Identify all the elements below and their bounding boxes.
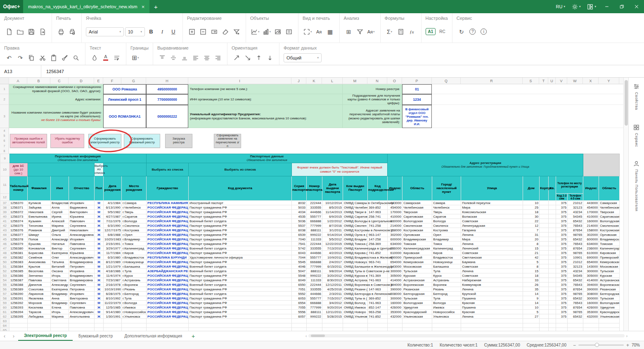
cell[interactable]: Ленина xyxy=(461,233,523,237)
cell[interactable]: Ершова xyxy=(28,242,51,246)
insert-textbox-button[interactable] xyxy=(284,26,294,37)
cell[interactable] xyxy=(540,219,549,223)
header-flat[interactable]: Кв. xyxy=(549,176,556,201)
cell[interactable] xyxy=(189,323,292,328)
zoom-in-button[interactable]: + xyxy=(626,342,629,348)
cell[interactable]: 610000 xyxy=(583,251,599,255)
cell[interactable]: 375 xyxy=(556,305,568,310)
cell[interactable]: Кировская xyxy=(599,251,620,255)
cell[interactable]: Павлова xyxy=(28,278,51,283)
cell[interactable]: Игоревич xyxy=(69,237,95,242)
row-number[interactable]: 46 xyxy=(0,242,9,246)
cell[interactable]: 8/10/1992 xyxy=(104,296,122,301)
cell[interactable] xyxy=(461,328,523,331)
cell[interactable]: Ульяновск xyxy=(432,314,461,319)
cell[interactable]: г.Томск xyxy=(122,242,147,246)
cell[interactable]: Паспорт гражданина РФ xyxy=(189,305,292,310)
cell[interactable] xyxy=(95,319,104,323)
cell[interactable]: 6/9/2015 xyxy=(322,214,343,219)
cell[interactable] xyxy=(549,269,556,273)
cell[interactable]: 777999 xyxy=(307,264,322,269)
cell[interactable]: 9/14/2014 xyxy=(322,233,343,237)
cell[interactable]: 6550 xyxy=(292,283,307,287)
header-division-code[interactable]: Код подразделения xyxy=(368,176,388,201)
cell[interactable]: 10 xyxy=(523,201,540,205)
cell[interactable]: М xyxy=(95,310,104,314)
cell[interactable]: Гагарина xyxy=(461,228,523,233)
cell[interactable] xyxy=(147,323,189,328)
cell[interactable]: Военный билет солдата xyxy=(189,283,292,287)
cell[interactable]: Сергеевна xyxy=(69,223,95,228)
cell[interactable] xyxy=(432,323,461,328)
cell[interactable]: Паспорт гражданина РФ xyxy=(189,205,292,210)
cell[interactable] xyxy=(549,328,556,331)
insert-cells-button[interactable] xyxy=(187,26,197,37)
cell[interactable]: 1256374 xyxy=(9,219,28,223)
cell[interactable]: Владимирская xyxy=(599,237,620,242)
cell[interactable]: Алексей xyxy=(51,219,69,223)
cell[interactable]: 999222 xyxy=(307,314,322,319)
cell[interactable]: Александр xyxy=(51,283,69,287)
cell[interactable]: ОМВД Рязани ( xyxy=(343,287,368,292)
cell[interactable]: 15 xyxy=(523,246,540,251)
sort-button[interactable]: Ая▾ xyxy=(366,26,376,37)
cell[interactable]: 7055 xyxy=(292,305,307,310)
cell[interactable]: ОМВД Тулы в ( xyxy=(343,296,368,301)
formula-input[interactable]: 1256347 xyxy=(41,65,644,77)
cell[interactable]: 5552 xyxy=(292,292,307,296)
fill-color-button[interactable] xyxy=(90,52,99,63)
cell[interactable]: Игоревна xyxy=(69,269,95,273)
row-number[interactable]: 44 xyxy=(0,233,9,237)
cell[interactable] xyxy=(51,319,69,323)
cell[interactable]: Паспорт гражданина РФ xyxy=(189,296,292,301)
cell[interactable]: 8/7/2016 xyxy=(322,223,343,228)
cell[interactable]: 160000 xyxy=(583,219,599,223)
cell[interactable]: Виктор xyxy=(51,246,69,251)
cell[interactable]: 6/3/1990 xyxy=(104,223,122,228)
cell[interactable]: Викторович xyxy=(69,210,95,214)
cell[interactable]: 7040 xyxy=(292,237,307,242)
cell[interactable] xyxy=(402,328,432,331)
cell[interactable]: г.Владивосток xyxy=(122,255,147,260)
cell[interactable]: 14 xyxy=(523,292,540,296)
row-number[interactable]: 4 xyxy=(4,129,5,132)
cell[interactable]: М xyxy=(95,228,104,233)
scroll-right-icon[interactable]: › xyxy=(626,334,627,338)
clear-formatting-button[interactable] xyxy=(220,26,230,37)
cell[interactable]: Тульская xyxy=(402,296,432,301)
column-header-I[interactable]: I xyxy=(188,78,291,84)
cell[interactable]: 375 xyxy=(556,260,568,264)
row-number[interactable]: 8 xyxy=(4,150,5,152)
header-issued-by[interactable]: Кем выдан Паспорт xyxy=(343,176,368,201)
cell[interactable]: 10 xyxy=(523,305,540,310)
cell[interactable]: 1256375 xyxy=(9,223,28,228)
cell[interactable]: Смоленская xyxy=(402,223,432,228)
cell[interactable]: 6053 xyxy=(292,296,307,301)
cell[interactable] xyxy=(322,319,343,323)
cell[interactable]: 963-258 xyxy=(368,310,388,314)
cell[interactable]: 300000 xyxy=(583,269,599,273)
cell[interactable]: 390000 xyxy=(388,287,402,292)
cell[interactable]: 7/13/2010 xyxy=(322,246,343,251)
cell[interactable]: Смоленск xyxy=(432,223,461,228)
pivot-table-button[interactable]: ⊞ xyxy=(344,26,354,37)
cell[interactable]: Емельянова xyxy=(28,214,51,219)
cell[interactable]: 1256378 xyxy=(9,237,28,242)
search-button[interactable] xyxy=(71,52,81,63)
create-electronic-registry-button[interactable]: Сформировать электронный реестр xyxy=(88,134,121,148)
cell[interactable]: 7044 xyxy=(292,255,307,260)
function-button[interactable]: ƒx xyxy=(407,26,417,37)
cell[interactable] xyxy=(549,278,556,283)
cell[interactable]: Борисова xyxy=(28,251,51,255)
column-header-A[interactable]: A xyxy=(9,78,27,84)
cell[interactable]: 6043 xyxy=(292,251,307,255)
cell[interactable]: Костромская xyxy=(402,228,432,233)
cell[interactable] xyxy=(549,273,556,278)
cell[interactable]: Краснодарский xyxy=(599,310,620,314)
sheet-next-button[interactable]: › xyxy=(9,331,18,341)
cell[interactable]: 6038 xyxy=(292,228,307,233)
row-number[interactable]: 55 xyxy=(0,283,9,287)
cell[interactable]: Белгородская xyxy=(599,292,620,296)
cell[interactable]: Курская xyxy=(402,273,432,278)
bold-button[interactable]: B xyxy=(146,26,156,37)
